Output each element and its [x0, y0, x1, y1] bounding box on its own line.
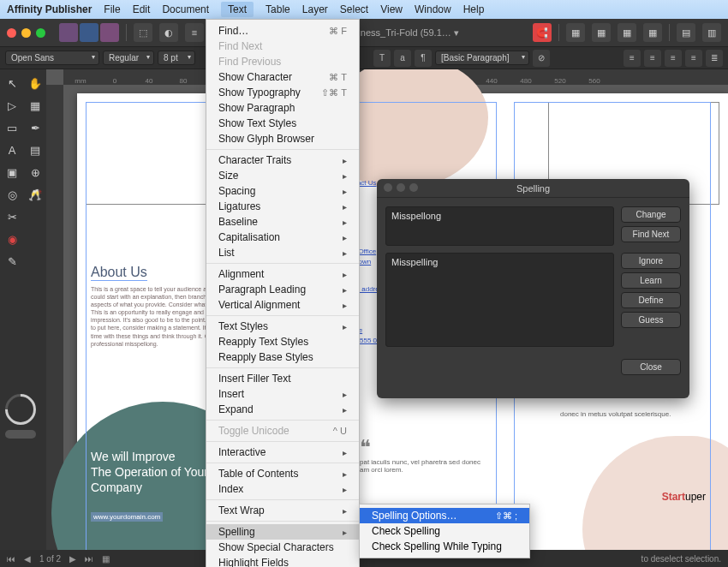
- snapping-toggle[interactable]: 🧲: [533, 23, 552, 42]
- url-text[interactable]: www.yourdomain.com: [91, 512, 163, 522]
- find-next-button[interactable]: Find Next: [621, 226, 681, 242]
- menu-item[interactable]: Alignment: [206, 266, 359, 282]
- menu-item[interactable]: List: [206, 245, 359, 260]
- menu-select[interactable]: Select: [340, 3, 368, 15]
- pan-tool[interactable]: ✋: [27, 75, 44, 92]
- font-weight-dropdown[interactable]: Regular: [103, 51, 154, 65]
- brush-tool[interactable]: ✎: [3, 253, 21, 270]
- paragraph-style-dropdown[interactable]: [Basic Paragraph]: [435, 51, 529, 65]
- menu-item[interactable]: Reapply Base Styles: [206, 349, 359, 365]
- paragraph-icon[interactable]: ¶: [415, 50, 432, 67]
- table-tool[interactable]: ▤: [27, 141, 44, 158]
- menu-help[interactable]: Help: [463, 3, 485, 15]
- first-page-button[interactable]: ⏮: [7, 554, 15, 564]
- vector-tool[interactable]: ◎: [3, 186, 21, 203]
- text-style-button[interactable]: T: [373, 50, 391, 67]
- close-window-button[interactable]: [7, 28, 16, 38]
- menu-item[interactable]: Table of Contents: [206, 466, 359, 481]
- menu-item[interactable]: Show Typography⇧⌘ T: [206, 85, 359, 100]
- misspelled-word-field[interactable]: Misspellong: [385, 206, 614, 246]
- brand-logo[interactable]: Startuper: [662, 491, 706, 503]
- panel-close-button[interactable]: [384, 183, 392, 192]
- menu-text[interactable]: Text: [221, 2, 254, 17]
- text-tool[interactable]: A: [3, 141, 21, 158]
- menu-table[interactable]: Table: [266, 3, 290, 15]
- fill-tool[interactable]: ◉: [3, 230, 21, 248]
- define-button[interactable]: Define: [621, 292, 681, 308]
- align-justify-button[interactable]: ≡: [685, 50, 702, 67]
- color-picker-tool[interactable]: 🥂: [27, 186, 44, 203]
- text-style-button[interactable]: a: [394, 50, 411, 67]
- align-center-button[interactable]: ≡: [644, 50, 661, 67]
- menu-item[interactable]: Text Styles: [206, 319, 359, 334]
- menu-item[interactable]: Baseline: [206, 214, 359, 230]
- pen-tool[interactable]: ✒: [27, 119, 44, 136]
- move-tool[interactable]: ↖: [3, 75, 21, 92]
- menu-item[interactable]: Show Text Styles: [206, 116, 359, 131]
- menu-item[interactable]: Show Character⌘ T: [206, 69, 359, 85]
- menu-item[interactable]: Show Glyph Browser: [206, 131, 359, 146]
- preview-button[interactable]: ▦: [102, 554, 110, 564]
- close-button[interactable]: Close: [621, 359, 681, 375]
- menu-window[interactable]: Window: [415, 3, 451, 15]
- align-button[interactable]: ▦: [592, 23, 611, 42]
- align-left-button[interactable]: ≡: [624, 50, 641, 67]
- panel-titlebar[interactable]: Spelling: [377, 179, 689, 198]
- node-tool[interactable]: ▷: [3, 97, 21, 114]
- persona-switcher[interactable]: [59, 23, 119, 42]
- menu-item[interactable]: Find…⌘ F: [206, 23, 359, 39]
- menu-item[interactable]: Ligatures: [206, 199, 359, 214]
- menu-edit[interactable]: Edit: [133, 3, 151, 15]
- lorem-text[interactable]: pat iaculis nunc, vel pharetra sed donec…: [360, 458, 488, 474]
- font-family-dropdown[interactable]: Open Sans: [5, 51, 99, 65]
- menu-item[interactable]: Spacing: [206, 183, 359, 199]
- shape-tool[interactable]: ▭: [3, 119, 21, 136]
- menu-item[interactable]: Show Special Characters: [206, 540, 359, 555]
- zoom-tool[interactable]: ⊕: [27, 164, 44, 181]
- toolbar-button[interactable]: ⬚: [134, 23, 152, 42]
- menu-item[interactable]: Paragraph Leading: [206, 282, 359, 297]
- menu-item[interactable]: Interactive: [206, 445, 359, 460]
- menu-document[interactable]: Document: [162, 3, 209, 15]
- last-page-button[interactable]: ⏭: [85, 554, 93, 564]
- align-button[interactable]: ▦: [618, 23, 636, 42]
- grid-tool[interactable]: ▦: [27, 97, 44, 114]
- navigator-slider[interactable]: [5, 430, 36, 439]
- menu-item[interactable]: Expand: [206, 402, 359, 417]
- zoom-window-button[interactable]: [36, 28, 45, 38]
- toolbar-button[interactable]: ≡: [185, 23, 204, 42]
- menu-file[interactable]: File: [104, 3, 120, 15]
- menu-item[interactable]: Size: [206, 168, 359, 183]
- align-button[interactable]: ▦: [643, 23, 662, 42]
- minimize-window-button[interactable]: [21, 28, 31, 38]
- align-right-button[interactable]: ≡: [665, 50, 682, 67]
- submenu-item[interactable]: Check Spelling While Typing: [360, 539, 529, 554]
- list-button[interactable]: ≣: [706, 50, 723, 67]
- change-button[interactable]: Change: [621, 206, 681, 223]
- no-style-button[interactable]: ⊘: [533, 50, 550, 67]
- menu-item[interactable]: Spelling: [206, 524, 359, 540]
- menu-item[interactable]: Insert: [206, 386, 359, 402]
- menu-layer[interactable]: Layer: [302, 3, 328, 15]
- menu-item[interactable]: Character Traits: [206, 152, 359, 168]
- arrange-button[interactable]: ▥: [702, 23, 721, 42]
- heading-text[interactable]: About Us: [91, 265, 147, 281]
- menu-item[interactable]: Insert Filler Text: [206, 371, 359, 386]
- submenu-item[interactable]: Check Spelling: [360, 523, 529, 539]
- next-page-button[interactable]: ▶: [69, 554, 76, 564]
- menu-item[interactable]: Reapply Text Styles: [206, 334, 359, 349]
- panel-min-button[interactable]: [397, 183, 405, 192]
- menu-item[interactable]: Show Paragraph: [206, 100, 359, 116]
- toolbar-button[interactable]: ◐: [159, 23, 178, 42]
- ignore-button[interactable]: Ignore: [621, 253, 681, 269]
- arrange-button[interactable]: ▤: [677, 23, 695, 42]
- submenu-item[interactable]: Spelling Options…⇧⌘ ;: [360, 508, 529, 523]
- menu-item[interactable]: Index: [206, 481, 359, 497]
- panel-zoom-button[interactable]: [409, 183, 418, 192]
- suggestions-list[interactable]: Misspelling: [385, 253, 614, 347]
- prev-page-button[interactable]: ◀: [24, 554, 31, 564]
- menu-item[interactable]: Capitalisation: [206, 230, 359, 245]
- menu-item[interactable]: Vertical Alignment: [206, 297, 359, 313]
- menu-item[interactable]: Highlight Fields: [206, 555, 359, 567]
- guess-button[interactable]: Guess: [621, 312, 681, 328]
